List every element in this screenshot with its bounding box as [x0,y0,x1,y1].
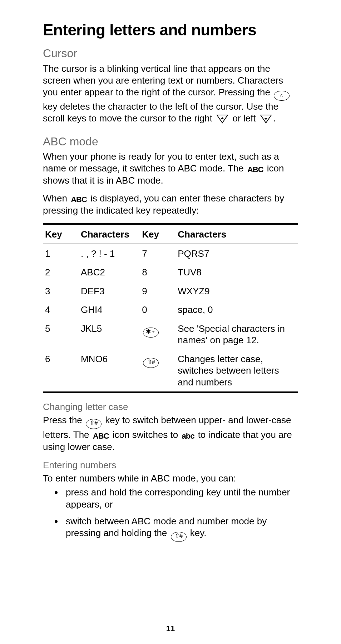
subsection-heading-case: Changing letter case [43,402,298,412]
star-key-icon: ✱﹢ [143,328,159,338]
cell-chars: . , ? ! - 1 [79,244,140,263]
abc-paragraph-2: When ABC is displayed, you can enter the… [43,193,298,216]
scroll-left-icon [260,114,272,126]
key-characters-table: Key Characters Key Characters 1 . , ? ! … [43,225,298,392]
table-row: 6 MNO6 ⇧# Changes letter case, switches … [43,350,298,392]
key-characters-table-wrap: Key Characters Key Characters 1 . , ? ! … [43,223,298,394]
th-key-1: Key [43,225,79,244]
cell-chars: TUV8 [176,263,298,282]
text: When your phone is ready for you to ente… [43,151,279,174]
page-title: Entering letters and numbers [43,21,298,39]
abc-upper-icon: ABC [247,165,263,175]
text: When [43,193,70,204]
scroll-right-icon [216,114,228,126]
cell-key: 7 [140,244,176,263]
abc-lower-icon: abc [182,431,194,441]
cell-chars: DEF3 [79,282,140,301]
text: switch between ABC mode and number mode … [66,516,267,538]
entering-numbers-list: press and hold the corresponding key unt… [43,486,298,542]
text: key. [190,528,207,538]
abc-paragraph-1: When your phone is ready for you to ente… [43,151,298,187]
manual-page: Entering letters and numbers Cursor The … [0,0,341,644]
cell-key-star: ✱﹢ [140,319,176,350]
table-row: 5 JKL5 ✱﹢ See 'Special characters in nam… [43,319,298,350]
subsection-heading-numbers: Entering numbers [43,460,298,470]
list-item: press and hold the corresponding key unt… [63,486,298,510]
cell-chars: WXYZ9 [176,282,298,301]
cell-key: 5 [43,319,79,350]
cell-key-hash: ⇧# [140,350,176,392]
abc-upper-icon: ABC [93,431,109,441]
cell-chars: MNO6 [79,350,140,392]
table-row: 2 ABC2 8 TUV8 [43,263,298,282]
cell-key: 6 [43,350,79,392]
cell-chars: Changes letter case, switches between le… [176,350,298,392]
cell-key: 4 [43,300,79,319]
table-header-row: Key Characters Key Characters [43,225,298,244]
abc-upper-icon: ABC [71,195,87,205]
cursor-paragraph: The cursor is a blinking vertical line t… [43,63,298,127]
c-key-icon: c [274,91,290,101]
section-heading-abc: ABC mode [43,135,298,148]
cell-chars: JKL5 [79,319,140,350]
th-key-2: Key [140,225,176,244]
cell-chars: space, 0 [176,300,298,319]
cell-chars: ABC2 [79,263,140,282]
cell-chars: See 'Special characters in names' on pag… [176,319,298,350]
table-row: 4 GHI4 0 space, 0 [43,300,298,319]
changing-case-paragraph: Press the ⇧# key to switch between upper… [43,414,298,453]
entering-numbers-paragraph: To enter numbers while in ABC mode, you … [43,473,298,484]
table-row: 3 DEF3 9 WXYZ9 [43,282,298,301]
hash-key-icon: ⇧# [171,532,187,542]
page-number: 11 [0,624,341,633]
cell-key: 8 [140,263,176,282]
text: icon switches to [113,429,181,440]
list-item: switch between ABC mode and number mode … [63,515,298,542]
th-chars-1: Characters [79,225,140,244]
text: or left [232,113,258,124]
text: Press the [43,415,85,425]
cell-chars: GHI4 [79,300,140,319]
section-heading-cursor: Cursor [43,47,298,60]
text: . [273,113,276,124]
cell-key: 2 [43,263,79,282]
hash-key-icon: ⇧# [86,419,102,429]
text: The cursor is a blinking vertical line t… [43,63,283,98]
cell-key: 0 [140,300,176,319]
table-row: 1 . , ? ! - 1 7 PQRS7 [43,244,298,263]
cell-key: 1 [43,244,79,263]
cell-key: 3 [43,282,79,301]
hash-key-icon: ⇧# [143,358,159,368]
cell-chars: PQRS7 [176,244,298,263]
cell-key: 9 [140,282,176,301]
th-chars-2: Characters [176,225,298,244]
